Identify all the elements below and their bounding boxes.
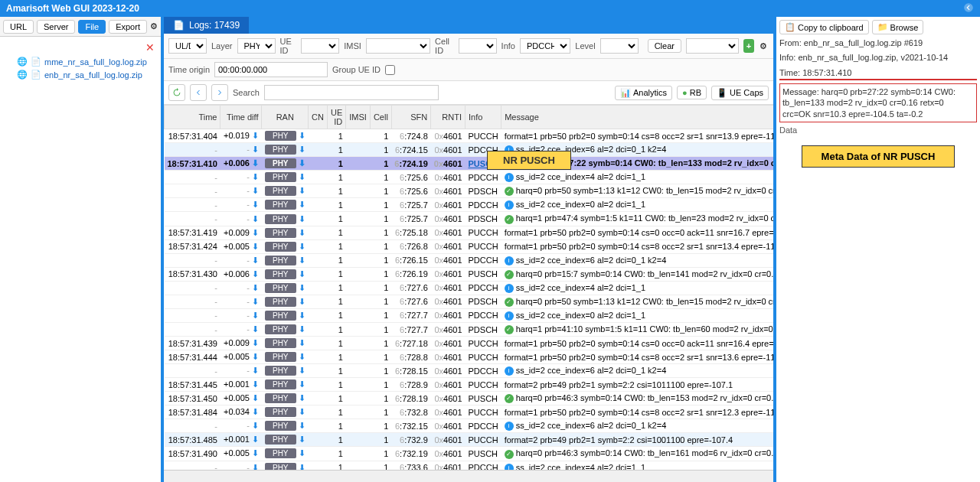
cellid-select[interactable] xyxy=(459,38,497,54)
table-row[interactable]: -- ⬇PHY ⬇116:727.70x4601PDSCH✓harq=1 prb… xyxy=(165,323,774,337)
table-row[interactable]: -- ⬇PHY ⬇116:733.60x4601PDCCHiss_id=2 cc… xyxy=(165,461,774,470)
log-table: TimeTime diffRANCNUE IDIMSICellSFNRNTIIn… xyxy=(164,105,773,470)
logs-tab[interactable]: 📄Logs: 17439 xyxy=(164,17,249,34)
file-list: ✕ 🌐📄mme_nr_sa_full_log.log.zip 🌐📄enb_nr_… xyxy=(0,37,161,84)
table-row[interactable]: 18:57:31.490+0.005 ⬇PHY ⬇116:732.190x460… xyxy=(165,447,774,461)
col-ran[interactable]: RAN xyxy=(262,106,309,129)
uecaps-button[interactable]: 📱UE Caps xyxy=(711,86,769,100)
zip-icon: 📄 xyxy=(31,57,41,67)
col-imsi[interactable]: IMSI xyxy=(346,106,371,129)
log-table-wrap[interactable]: NR PUSCH TimeTime diffRANCNUE IDIMSICell… xyxy=(164,105,773,470)
ueid-select[interactable] xyxy=(301,38,339,54)
table-row[interactable]: 18:57:31.430+0.006 ⬇PHY ⬇116:726.190x460… xyxy=(165,267,774,281)
add-button[interactable]: + xyxy=(743,39,753,53)
col-cn[interactable]: CN xyxy=(309,106,328,129)
table-row[interactable]: 18:57:31.404+0.019 ⬇PHY ⬇116:724.80x4601… xyxy=(165,129,774,143)
time-origin-input[interactable] xyxy=(214,62,328,77)
table-row[interactable]: 18:57:31.445+0.001 ⬇PHY ⬇116:728.90x4601… xyxy=(165,378,774,392)
col-sfn[interactable]: SFN xyxy=(391,106,430,129)
rb-button[interactable]: ●RB xyxy=(677,86,707,99)
rp-message: Message: harq=0 prb=27:22 symb=0:14 CW0:… xyxy=(779,83,977,122)
globe-icon: 🌐 xyxy=(17,70,28,80)
file-name: mme_nr_sa_full_log.log.zip xyxy=(44,57,147,67)
server-button[interactable]: Server xyxy=(37,20,75,34)
file-name: enb_nr_sa_full_log.log.zip xyxy=(44,70,142,80)
layer-label: Layer xyxy=(211,41,233,50)
app-title: Amarisoft Web GUI 2023-12-20 xyxy=(6,3,139,14)
table-row[interactable]: 18:57:31.450+0.005 ⬇PHY ⬇116:728.190x460… xyxy=(165,392,774,405)
table-row[interactable]: -- ⬇PHY ⬇116:725.70x4601PDSCH✓harq=1 prb… xyxy=(165,212,774,226)
table-row[interactable]: -- ⬇PHY ⬇116:728.150x4601PDCCHiss_id=2 c… xyxy=(165,364,774,378)
table-row[interactable]: -- ⬇PHY ⬇116:724.150x4601PDCCHiss_id=2 c… xyxy=(165,143,774,157)
rp-time: Time: 18:57:31.410 xyxy=(779,67,977,80)
ue-icon: 📱 xyxy=(717,88,727,98)
table-row[interactable]: 18:57:31.439+0.009 ⬇PHY ⬇116:727.180x460… xyxy=(165,337,774,350)
col-rnti[interactable]: RNTI xyxy=(431,106,466,129)
export-button[interactable]: Export xyxy=(109,20,147,34)
table-row[interactable]: 18:57:31.410+0.006 ⬇PHY ⬇116:724.190x460… xyxy=(165,157,774,171)
col-ue-id[interactable]: UE ID xyxy=(327,106,345,129)
browse-button[interactable]: 📁Browse xyxy=(872,20,924,34)
clear-button[interactable]: Clear xyxy=(648,39,681,53)
col-message[interactable]: Message xyxy=(501,106,773,129)
table-row[interactable]: 18:57:31.444+0.005 ⬇PHY ⬇116:728.80x4601… xyxy=(165,350,774,364)
refresh-button[interactable] xyxy=(168,84,185,101)
gear-icon[interactable]: ⚙ xyxy=(759,39,769,53)
chart-icon: 📊 xyxy=(620,88,631,98)
table-row[interactable]: -- ⬇PHY ⬇116:727.60x4601PDSCH✓harq=0 prb… xyxy=(165,295,774,308)
clear-select[interactable] xyxy=(686,38,739,54)
table-row[interactable]: -- ⬇PHY ⬇116:725.60x4601PDCCHiss_id=2 cc… xyxy=(165,171,774,184)
imsi-select[interactable] xyxy=(366,38,430,54)
gear-icon[interactable]: ⚙ xyxy=(150,20,158,34)
file-button[interactable]: File xyxy=(78,20,106,34)
url-button[interactable]: URL xyxy=(3,20,34,34)
svg-point-0 xyxy=(964,3,973,12)
col-time[interactable]: Time xyxy=(165,106,220,129)
uldl-select[interactable]: UL/DL xyxy=(168,38,207,54)
right-panel: 📋Copy to clipboard 📁Browse From: enb_nr_… xyxy=(775,17,980,482)
prev-button[interactable] xyxy=(190,84,207,101)
file-item[interactable]: 🌐📄enb_nr_sa_full_log.log.zip xyxy=(3,68,158,81)
table-row[interactable]: -- ⬇PHY ⬇116:726.150x4601PDCCHiss_id=2 c… xyxy=(165,253,774,267)
imsi-label: IMSI xyxy=(344,41,361,50)
ueid-label: UE ID xyxy=(280,37,297,55)
filter-row-1: UL/DL Layer PHY UE ID IMSI Cell ID Info … xyxy=(164,34,773,59)
info-select[interactable]: PDCCH, PI xyxy=(520,38,570,54)
col-time-diff[interactable]: Time diff xyxy=(220,106,262,129)
sidebar: URL Server File Export ⚙ ✕ 🌐📄mme_nr_sa_f… xyxy=(0,17,162,482)
tab-title: Logs: 17439 xyxy=(189,20,240,31)
table-row[interactable]: 18:57:31.419+0.009 ⬇PHY ⬇116:725.180x460… xyxy=(165,226,774,239)
file-item[interactable]: 🌐📄mme_nr_sa_full_log.log.zip xyxy=(3,55,158,68)
level-select[interactable] xyxy=(600,38,639,54)
table-row[interactable]: 18:57:31.485+0.001 ⬇PHY ⬇116:732.90x4601… xyxy=(165,433,774,447)
col-info[interactable]: Info xyxy=(466,106,501,129)
table-row[interactable]: -- ⬇PHY ⬇116:725.60x4601PDSCH✓harq=0 prb… xyxy=(165,184,774,198)
layer-select[interactable]: PHY xyxy=(237,38,276,54)
annotation-nr-pusch: NR PUSCH xyxy=(487,151,571,170)
annotation-meta: Meta Data of NR PUSCH xyxy=(802,145,955,168)
sidebar-toolbar: URL Server File Export ⚙ xyxy=(0,17,161,37)
copy-button[interactable]: 📋Copy to clipboard xyxy=(779,20,869,34)
collapse-icon[interactable] xyxy=(963,2,974,15)
search-input[interactable] xyxy=(264,85,439,100)
table-row[interactable]: -- ⬇PHY ⬇116:727.60x4601PDCCHiss_id=2 cc… xyxy=(165,281,774,295)
col-cell[interactable]: Cell xyxy=(370,106,391,129)
clipboard-icon: 📋 xyxy=(785,22,795,32)
doc-icon: 📄 xyxy=(173,20,185,31)
rp-toolbar: 📋Copy to clipboard 📁Browse xyxy=(779,20,977,34)
analytics-button[interactable]: 📊Analytics xyxy=(615,86,672,100)
group-ue-checkbox[interactable] xyxy=(385,65,395,75)
table-row[interactable]: 18:57:31.484+0.034 ⬇PHY ⬇116:732.80x4601… xyxy=(165,405,774,419)
zip-icon: 📄 xyxy=(31,70,41,80)
group-ue-label: Group UE ID xyxy=(332,65,381,74)
close-icon[interactable]: ✕ xyxy=(3,40,158,55)
table-row[interactable]: -- ⬇PHY ⬇116:727.70x4601PDCCHiss_id=2 cc… xyxy=(165,308,774,322)
filter-row-3: Search 📊Analytics ●RB 📱UE Caps xyxy=(164,81,773,105)
h-scrollbar[interactable] xyxy=(164,470,773,482)
next-button[interactable] xyxy=(211,84,228,101)
table-row[interactable]: 18:57:31.424+0.005 ⬇PHY ⬇116:726.80x4601… xyxy=(165,239,774,253)
table-row[interactable]: -- ⬇PHY ⬇116:725.70x4601PDCCHiss_id=2 cc… xyxy=(165,198,774,212)
time-origin-label: Time origin xyxy=(168,65,210,74)
tab-bar: 📄Logs: 17439 xyxy=(164,17,773,34)
table-row[interactable]: -- ⬇PHY ⬇116:732.150x4601PDCCHiss_id=2 c… xyxy=(165,419,774,433)
